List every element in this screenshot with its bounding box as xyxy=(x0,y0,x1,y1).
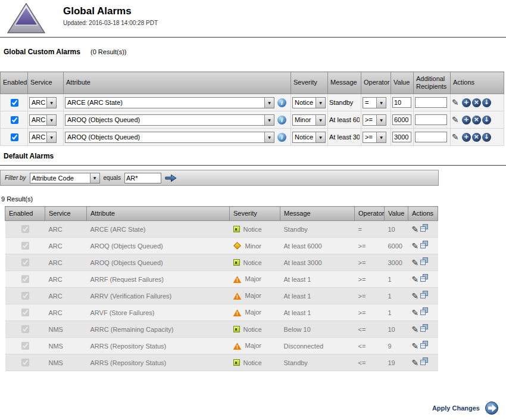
service-cell: ARC xyxy=(45,254,87,271)
filter-attribute-select[interactable]: Attribute Code▼ xyxy=(30,173,100,183)
copy-icon-front xyxy=(420,326,426,332)
move-down-icon[interactable]: ↓ xyxy=(482,133,491,142)
enabled-checkbox[interactable] xyxy=(11,133,18,141)
value-cell: 1 xyxy=(385,304,408,321)
copy-icon-front xyxy=(420,260,426,265)
additional-recipients-input[interactable] xyxy=(415,97,447,108)
service-select[interactable]: ARC▼ xyxy=(29,114,57,126)
attribute-cell: AROQ (Objects Queued) xyxy=(87,254,230,271)
dropdown-arrow-icon: ▼ xyxy=(46,98,56,108)
value-input[interactable] xyxy=(392,114,411,125)
add-icon[interactable]: + xyxy=(462,98,471,107)
attribute-select[interactable]: AROQ (Objects Queued)▼ xyxy=(65,114,274,126)
edit-icon[interactable]: ✎ xyxy=(412,241,419,251)
remove-icon[interactable]: × xyxy=(472,133,481,142)
enabled-checkbox[interactable] xyxy=(11,99,18,107)
edit-icon[interactable]: ✎ xyxy=(412,325,419,334)
filter-value-input[interactable] xyxy=(124,173,161,183)
value-input[interactable] xyxy=(392,97,411,108)
copy-icon-front xyxy=(420,310,426,315)
col-enabled: Enabled xyxy=(1,72,28,94)
edit-icon[interactable]: ✎ xyxy=(412,358,419,368)
col-attribute: Attribute xyxy=(87,207,230,221)
severity-label: Major xyxy=(245,342,262,349)
additional-recipients-input[interactable] xyxy=(415,114,447,125)
severity-select[interactable]: Minor▼ xyxy=(292,114,326,126)
value-input[interactable] xyxy=(392,132,411,142)
copy-icon[interactable] xyxy=(420,357,429,366)
operator-select-value: = xyxy=(363,99,376,106)
operator-select[interactable]: =▼ xyxy=(363,97,386,108)
dropdown-arrow-icon: ▼ xyxy=(264,98,274,108)
service-select[interactable]: ARC▼ xyxy=(29,97,57,108)
message-text: Standby xyxy=(329,99,360,106)
divider xyxy=(0,165,506,166)
remove-icon[interactable]: × xyxy=(472,116,481,125)
edit-icon[interactable]: ✎ xyxy=(412,275,419,284)
move-down-icon[interactable]: ↓ xyxy=(482,98,491,107)
info-icon[interactable]: i xyxy=(277,133,286,142)
default-alarm-row: ARC AROQ (Objects Queued) Minor At least… xyxy=(5,238,438,254)
operator-cell: >= xyxy=(355,254,385,271)
severity-label: Major xyxy=(245,275,262,282)
copy-icon[interactable] xyxy=(420,257,429,266)
edit-icon[interactable]: ✎ xyxy=(452,132,459,142)
service-select[interactable]: ARC▼ xyxy=(29,132,57,143)
severity-icon xyxy=(233,309,242,316)
add-icon[interactable]: + xyxy=(462,116,471,125)
severity-select-value: Notice xyxy=(293,133,316,141)
edit-icon[interactable]: ✎ xyxy=(412,225,419,234)
severity-label: Major xyxy=(245,292,262,299)
operator-select-value: >= xyxy=(363,133,376,141)
custom-alarms-result-count: (0 Result(s)) xyxy=(90,48,127,55)
enabled-checkbox-disabled xyxy=(21,325,29,333)
info-icon[interactable]: i xyxy=(277,116,286,125)
copy-icon[interactable] xyxy=(420,291,429,299)
info-icon[interactable]: i xyxy=(277,98,286,107)
add-icon[interactable]: + xyxy=(462,133,471,142)
service-cell: NMS xyxy=(45,321,87,338)
attribute-select[interactable]: AROQ (Objects Queued)▼ xyxy=(65,132,274,143)
severity-select[interactable]: Notice▼ xyxy=(292,132,326,143)
attribute-select-value: AROQ (Objects Queued) xyxy=(65,116,264,123)
operator-select[interactable]: >=▼ xyxy=(363,132,386,143)
col-attribute: Attribute xyxy=(64,72,291,94)
filter-go-icon[interactable] xyxy=(165,173,177,183)
move-down-icon[interactable]: ↓ xyxy=(482,116,491,125)
enabled-checkbox-disabled xyxy=(21,292,29,300)
remove-icon[interactable]: × xyxy=(472,98,481,107)
copy-icon[interactable] xyxy=(420,241,429,249)
apply-changes-button[interactable] xyxy=(485,401,500,415)
operator-select[interactable]: >=▼ xyxy=(363,114,386,126)
edit-icon[interactable]: ✎ xyxy=(452,115,459,125)
service-cell: ARC xyxy=(45,288,87,304)
attribute-select[interactable]: ARCE (ARC State)▼ xyxy=(65,97,274,108)
attribute-select-value: ARCE (ARC State) xyxy=(65,99,264,106)
severity-select[interactable]: Notice▼ xyxy=(292,97,326,108)
edit-icon[interactable]: ✎ xyxy=(412,308,419,318)
edit-icon[interactable]: ✎ xyxy=(412,258,419,267)
edit-icon[interactable]: ✎ xyxy=(412,341,419,351)
col-operator: Operator xyxy=(361,72,391,94)
dropdown-arrow-icon: ▼ xyxy=(264,132,274,142)
severity-icon xyxy=(233,226,240,232)
message-cell: At least 6000 xyxy=(280,238,355,254)
enabled-checkbox[interactable] xyxy=(11,116,18,124)
additional-recipients-input[interactable] xyxy=(415,132,447,142)
default-table-header-row: Enabled Service Attribute Severity Messa… xyxy=(5,207,438,221)
severity-icon xyxy=(233,343,242,350)
message-cell: At least 1 xyxy=(280,271,355,288)
attribute-cell: ARRF (Request Failures) xyxy=(87,271,230,288)
copy-icon[interactable] xyxy=(420,307,429,316)
copy-icon[interactable] xyxy=(420,341,429,349)
edit-icon[interactable]: ✎ xyxy=(452,98,459,107)
equals-label: equals xyxy=(104,175,121,181)
filter-bar: Filter by Attribute Code▼ equals xyxy=(0,170,439,186)
copy-icon[interactable] xyxy=(420,274,429,282)
edit-icon[interactable]: ✎ xyxy=(412,291,419,301)
message-cell: Standby xyxy=(280,354,355,371)
severity-icon xyxy=(233,359,240,366)
copy-icon[interactable] xyxy=(420,324,429,332)
dropdown-arrow-icon: ▼ xyxy=(46,132,56,142)
copy-icon[interactable] xyxy=(420,224,429,232)
